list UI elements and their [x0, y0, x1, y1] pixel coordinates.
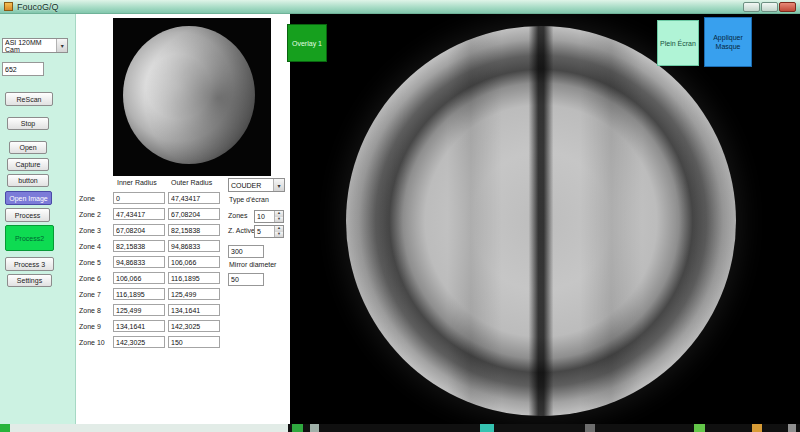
- active-zone-label: Z. Active: [228, 227, 255, 234]
- generic-button[interactable]: button: [7, 174, 49, 187]
- zones-count-label: Zones: [228, 212, 247, 219]
- foucault-test-image: [290, 14, 800, 424]
- inner-radius-field[interactable]: [113, 336, 165, 348]
- outer-radius-field[interactable]: [168, 192, 220, 204]
- overlay-button[interactable]: Overlay 1: [287, 24, 327, 62]
- offset-field[interactable]: [228, 273, 264, 286]
- maximize-button[interactable]: [761, 2, 778, 12]
- window-title: FoucoG/Q: [17, 2, 59, 12]
- table-row: Zone 8: [79, 302, 223, 318]
- mirror-preview-blob: [123, 26, 255, 164]
- table-row: Zone 7: [79, 286, 223, 302]
- chevron-down-icon[interactable]: ▾: [56, 39, 67, 52]
- screen-type-label: Type d'écran: [229, 196, 269, 203]
- column-header-outer-radius: Outer Radius: [171, 179, 212, 186]
- minimize-button[interactable]: [743, 2, 760, 12]
- camera-select-value: ASI 120MM Cam: [5, 39, 56, 53]
- outer-radius-field[interactable]: [168, 320, 220, 332]
- table-row: Zone 5: [79, 254, 223, 270]
- camera-preview-image: [113, 18, 271, 176]
- zone-label: Zone 8: [79, 307, 113, 314]
- zone-label: Zone 2: [79, 211, 113, 218]
- app-icon: [4, 2, 13, 11]
- stop-button[interactable]: Stop: [7, 117, 49, 130]
- camera-select[interactable]: ASI 120MM Cam ▾: [2, 38, 68, 53]
- zone-label: Zone: [79, 195, 113, 202]
- screen-type-select[interactable]: COUDER ▾: [228, 178, 285, 192]
- outer-radius-field[interactable]: [168, 256, 220, 268]
- inner-radius-field[interactable]: [113, 272, 165, 284]
- mirror-diameter-field[interactable]: [228, 245, 264, 258]
- table-row: Zone 10: [79, 334, 223, 350]
- taskbar-item[interactable]: [0, 424, 10, 432]
- zones-count-value: 10: [255, 213, 274, 220]
- process2-button[interactable]: Process2: [5, 225, 54, 251]
- mirror-disc: [346, 26, 736, 416]
- outer-radius-field[interactable]: [168, 240, 220, 252]
- inner-radius-field[interactable]: [113, 240, 165, 252]
- outer-radius-field[interactable]: [168, 224, 220, 236]
- inner-radius-field[interactable]: [113, 256, 165, 268]
- inner-radius-field[interactable]: [113, 208, 165, 220]
- inner-radius-field[interactable]: [113, 288, 165, 300]
- stepper-arrows: ▲ ▼: [274, 226, 283, 237]
- zone-label: Zone 10: [79, 339, 113, 346]
- outer-radius-field[interactable]: [168, 208, 220, 220]
- taskbar-item[interactable]: [292, 424, 303, 432]
- table-row: Zone 2: [79, 206, 223, 222]
- zone-label: Zone 6: [79, 275, 113, 282]
- stepper-down-icon[interactable]: ▼: [275, 232, 283, 238]
- taskbar-light-area: [10, 424, 288, 432]
- zones-table: Zone Zone 2 Zone 3 Zone 4 Zone 5 Zone 6: [79, 190, 223, 350]
- outer-radius-field[interactable]: [168, 272, 220, 284]
- app-window: FoucoG/Q ASI 120MM Cam ▾ ReScan Stop Ope…: [0, 0, 800, 432]
- inner-radius-field[interactable]: [113, 192, 165, 204]
- titlebar[interactable]: FoucoG/Q: [0, 0, 800, 14]
- apply-mask-button[interactable]: Appliquer Masque: [704, 17, 752, 67]
- mirror-diameter-label: Mirror diameter: [229, 261, 276, 268]
- value-input[interactable]: [2, 62, 44, 76]
- table-row: Zone 3: [79, 222, 223, 238]
- zones-count-stepper[interactable]: 10 ▲ ▼: [254, 210, 284, 223]
- zone-label: Zone 4: [79, 243, 113, 250]
- taskbar-item[interactable]: [585, 424, 595, 432]
- open-image-button[interactable]: Open Image: [5, 191, 52, 205]
- process3-button[interactable]: Process 3: [5, 257, 54, 271]
- active-zone-stepper[interactable]: 5 ▲ ▼: [254, 225, 284, 238]
- zone-label: Zone 7: [79, 291, 113, 298]
- control-panel: ASI 120MM Cam ▾ ReScan Stop Open Capture…: [0, 14, 76, 424]
- table-row: Zone: [79, 190, 223, 206]
- settings-button[interactable]: Settings: [7, 274, 52, 287]
- outer-radius-field[interactable]: [168, 288, 220, 300]
- open-button[interactable]: Open: [9, 141, 47, 154]
- stepper-arrows: ▲ ▼: [274, 211, 283, 222]
- outer-radius-field[interactable]: [168, 304, 220, 316]
- taskbar-item[interactable]: [310, 424, 319, 432]
- zone-label: Zone 9: [79, 323, 113, 330]
- capture-button[interactable]: Capture: [7, 158, 49, 171]
- fullscreen-button[interactable]: Plein Écran: [657, 20, 699, 66]
- inner-radius-field[interactable]: [113, 304, 165, 316]
- chevron-down-icon[interactable]: ▾: [273, 179, 284, 191]
- active-zone-value: 5: [255, 228, 274, 235]
- taskbar-item[interactable]: [788, 424, 796, 432]
- taskbar-item[interactable]: [480, 424, 494, 432]
- rescan-button[interactable]: ReScan: [5, 92, 53, 106]
- column-header-inner-radius: Inner Radius: [117, 179, 157, 186]
- zone-label: Zone 3: [79, 227, 113, 234]
- table-row: Zone 9: [79, 318, 223, 334]
- taskbar-item[interactable]: [694, 424, 705, 432]
- table-row: Zone 4: [79, 238, 223, 254]
- screen-type-value: COUDER: [231, 182, 261, 189]
- close-button[interactable]: [779, 2, 796, 12]
- window-controls: [743, 2, 796, 12]
- outer-radius-field[interactable]: [168, 336, 220, 348]
- process-button[interactable]: Process: [5, 208, 50, 222]
- inner-radius-field[interactable]: [113, 320, 165, 332]
- inner-radius-field[interactable]: [113, 224, 165, 236]
- taskbar-item[interactable]: [752, 424, 762, 432]
- taskbar-strip[interactable]: [0, 424, 800, 432]
- stepper-down-icon[interactable]: ▼: [275, 217, 283, 223]
- table-row: Zone 6: [79, 270, 223, 286]
- zone-label: Zone 5: [79, 259, 113, 266]
